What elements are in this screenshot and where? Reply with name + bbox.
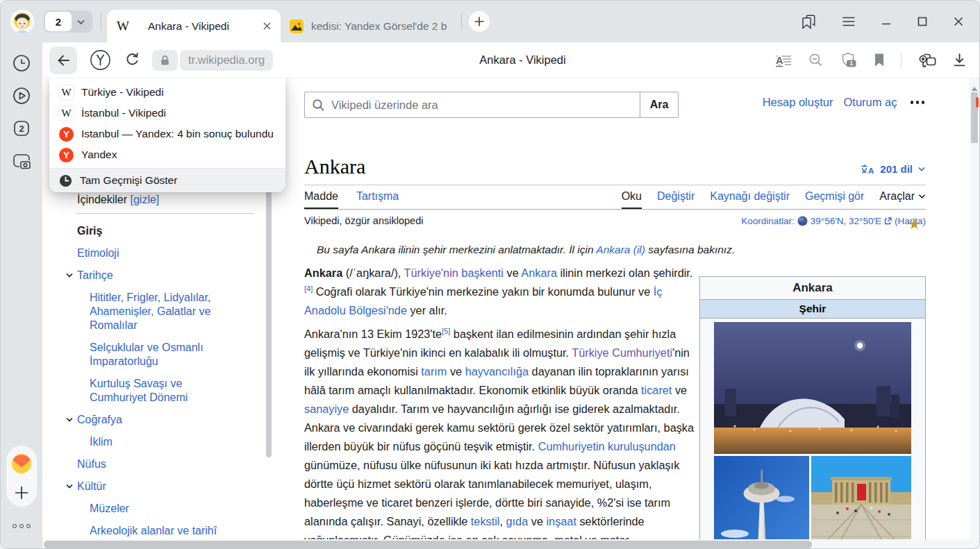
toc-item[interactable]: Kurtuluş Savaşı ve Cumhuriyet Dönemi — [90, 377, 241, 405]
download-icon[interactable] — [952, 52, 967, 68]
address-bar[interactable]: tr.wikipedia.org — [180, 50, 273, 71]
personal-tools-icon[interactable] — [911, 101, 925, 104]
coordinates: Koordinatlar: 39°56′N, 32°50′E (Harita) — [741, 215, 926, 226]
toc-item[interactable]: Giriş — [77, 224, 251, 238]
external-link-icon — [884, 217, 892, 225]
page-content: İçindekiler [gizle] GirişEtimolojiTarihç… — [42, 78, 979, 549]
protect-shield-icon[interactable]: 1 — [840, 51, 858, 69]
infobox-image-anitkabir[interactable] — [811, 456, 911, 549]
chevron-down-icon[interactable] — [65, 416, 74, 423]
vertical-scrollbar[interactable] — [970, 78, 979, 539]
tab-kedisi-yandex-gorsel[interactable]: kedisi: Yandex Görsel'de 2 b — [281, 10, 460, 42]
clock-icon — [59, 174, 72, 187]
chevron-down-icon[interactable] — [65, 483, 74, 489]
site-security-badge[interactable] — [152, 50, 178, 71]
horizontal-scrollbar-thumb[interactable] — [44, 541, 812, 548]
chevron-down-icon[interactable] — [76, 19, 85, 25]
history-icon[interactable] — [12, 53, 31, 73]
tabs-panel-icon[interactable]: 2 — [12, 119, 31, 138]
login-link[interactable]: Oturum aç — [843, 96, 897, 109]
coordinates-value-link[interactable]: 39°56′N, 32°50′E — [811, 216, 881, 226]
history-dropdown-menu: WTürkiye - VikipediWİstanbul - VikipediY… — [49, 78, 285, 192]
back-button[interactable] — [49, 47, 77, 74]
horizontal-scrollbar[interactable] — [42, 539, 970, 549]
coordinates-label-link[interactable]: Koordinatlar: — [741, 216, 795, 226]
close-tab-icon[interactable] — [263, 22, 272, 31]
toc-item[interactable]: Kültür — [77, 480, 251, 493]
yandex-favicon: Y — [59, 148, 74, 162]
toc-item[interactable]: Etimoloji — [77, 246, 251, 260]
close-window-button[interactable] — [953, 16, 964, 27]
toc-item[interactable]: Coğrafya — [77, 413, 251, 427]
paragraph-1: Ankara (/ˈaŋkara/), Türkiye'nin başkenti… — [304, 264, 697, 320]
screenshot-icon[interactable] — [11, 151, 32, 171]
view-kaynagi-degistir[interactable]: Kaynağı değiştir — [710, 185, 790, 209]
search-button[interactable]: Ara — [640, 92, 679, 118]
history-item[interactable]: YYandex — [49, 144, 285, 165]
reader-mode-icon[interactable]: A — [775, 53, 792, 68]
svg-text:A: A — [776, 54, 783, 65]
history-item-label: Türkiye - Vikipedi — [81, 86, 164, 99]
hatnote: Bu sayfa Ankara ilinin şehir merkezini a… — [317, 244, 926, 256]
menu-icon[interactable] — [842, 16, 856, 27]
yandex-images-favicon — [290, 19, 304, 33]
toc-hide-link[interactable]: [gizle] — [130, 194, 159, 205]
side-panel-icon[interactable] — [801, 15, 817, 29]
article-title: Ankara — [304, 152, 365, 181]
wikipedia-favicon: W — [116, 19, 130, 34]
toc-item[interactable]: Müzeler — [90, 502, 241, 516]
chevron-down-icon[interactable] — [65, 272, 74, 278]
language-selector[interactable]: A 201 dil — [861, 163, 926, 175]
view-degistir[interactable]: Değiştir — [657, 185, 695, 209]
maximize-button[interactable] — [917, 16, 928, 27]
browser-sidebar: 2 — [1, 42, 42, 549]
yandex-button[interactable] — [90, 49, 111, 71]
plus-icon — [474, 16, 485, 27]
add-service-icon[interactable] — [14, 485, 29, 503]
new-tab-button[interactable] — [469, 11, 490, 32]
create-account-link[interactable]: Hesap oluştur — [763, 96, 833, 109]
toc-item[interactable]: İklim — [90, 435, 241, 449]
history-item[interactable]: WTürkiye - Vikipedi — [49, 82, 285, 103]
bookmark-icon[interactable] — [874, 53, 885, 67]
show-full-history-item[interactable]: Tam Geçmişi Göster — [49, 168, 285, 192]
yandex-mail-icon[interactable] — [11, 453, 32, 477]
play-media-icon[interactable] — [12, 86, 31, 105]
featured-article-star-icon: ★ — [908, 216, 921, 233]
toc-item[interactable]: Hititler, Frigler, Lidyalılar, Ahamenişl… — [90, 291, 241, 332]
infobox-image-night-cityscape[interactable] — [714, 322, 911, 454]
tab-title: Ankara - Vikipedi — [148, 20, 229, 33]
tab-separator — [461, 14, 462, 29]
minimize-button[interactable] — [881, 16, 892, 27]
tools-menu[interactable]: Araçlar — [879, 185, 926, 209]
navbar-actions: A 1 — [775, 51, 967, 69]
passwords-key-icon[interactable] — [917, 52, 936, 69]
reload-icon[interactable] — [124, 51, 141, 69]
tab-group-pill[interactable]: 2 — [44, 10, 92, 33]
paragraph-2: Ankara'nın 13 Ekim 1923'te[5] başkent il… — [304, 325, 697, 549]
infobox-image-atakule-tower[interactable] — [714, 456, 809, 549]
history-item[interactable]: YIstanbul — Yandex: 4 bin sonuç bulundu — [49, 124, 285, 144]
toc-item[interactable]: Tarihçe — [77, 269, 251, 282]
toc-item[interactable]: Nüfus — [77, 457, 251, 471]
history-item[interactable]: Wİstanbul - Vikipedi — [49, 103, 285, 124]
svg-text:1: 1 — [850, 60, 854, 67]
lock-icon — [160, 55, 170, 66]
article-tabs: Madde Tartışma Oku Değiştir Kaynağı deği… — [304, 185, 926, 210]
view-oku[interactable]: Oku — [622, 185, 642, 209]
toc-item[interactable]: Selçuklular ve Osmanlı İmparatorluğu — [90, 341, 241, 369]
view-gecmisi-gor[interactable]: Geçmişi gör — [805, 185, 864, 209]
tab-ankara-vikipedi[interactable]: W Ankara - Vikipedi — [107, 10, 281, 42]
avatar-girl-illustration — [10, 10, 34, 33]
chevron-down-icon — [918, 194, 926, 199]
sidebar-services-panel — [6, 446, 37, 507]
tab-madde[interactable]: Madde — [304, 185, 338, 209]
translate-icon: A — [861, 164, 875, 175]
scrollbar-corner — [970, 539, 979, 549]
search-input[interactable] — [304, 92, 640, 118]
profile-avatar[interactable] — [10, 10, 34, 33]
tab-tartisma[interactable]: Tartışma — [356, 185, 399, 209]
infobox-type: Şehir — [700, 299, 925, 319]
sidebar-more-icon[interactable] — [1, 524, 42, 528]
zoom-out-icon[interactable] — [808, 52, 824, 68]
